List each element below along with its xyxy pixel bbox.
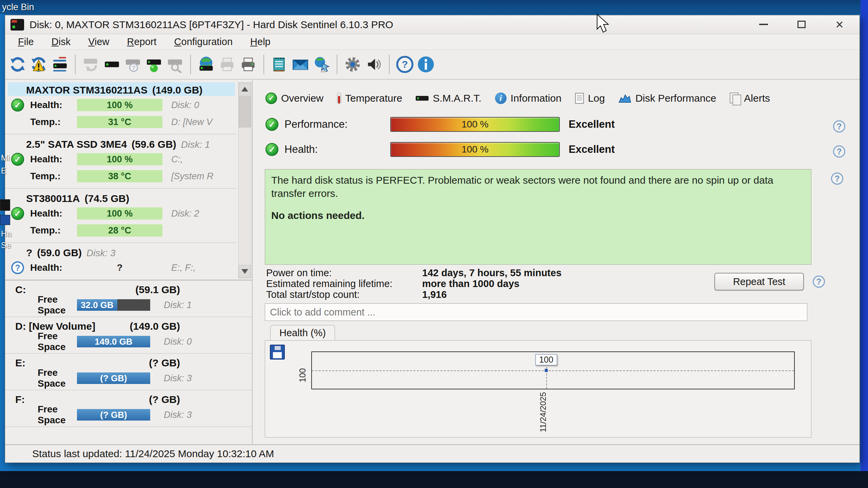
partition-item-f[interactable]: F: (? GB) Free Space (? GB) Disk: 3	[5, 390, 252, 427]
scroll-up-button[interactable]	[239, 83, 251, 96]
free-space-label: Free Space	[5, 404, 77, 426]
disk-item-2[interactable]: ST380011A (74.5 GB) Health: 100 % Disk: …	[5, 189, 236, 243]
title-bar[interactable]: Disk: 0, MAXTOR STM3160211AS [6PT4F3ZY] …	[5, 15, 860, 34]
tab-alerts[interactable]: Alerts	[724, 90, 775, 107]
disk-item-0[interactable]: MAXTOR STM3160211AS (149.0 GB) Health: 1…	[5, 80, 236, 135]
disk-title-selected[interactable]: MAXTOR STM3160211AS (149.0 GB)	[8, 82, 235, 96]
reanalyse-disk-button[interactable]	[29, 53, 48, 76]
surface-test-button[interactable]	[50, 53, 70, 76]
menu-configuration[interactable]: Configuration	[166, 35, 241, 49]
menu-help[interactable]: Help	[242, 35, 279, 49]
free-space-bar: (? GB)	[77, 372, 150, 384]
save-chart-icon[interactable]	[270, 345, 285, 360]
hard-disk-icon	[416, 96, 429, 101]
scrollbar-thumb[interactable]	[239, 96, 251, 127]
temp-value-bar: 31 °C	[77, 116, 162, 128]
menu-report[interactable]: Report	[119, 35, 164, 49]
app-window: Disk: 0, MAXTOR STM3160211AS [6PT4F3ZY] …	[5, 15, 860, 463]
desktop-right-band	[861, 0, 868, 488]
scroll-up-icon	[241, 87, 248, 92]
volume-label: C:,	[162, 154, 236, 165]
status-message: The hard disk status is PERFECT. Problem…	[271, 175, 773, 199]
quick-disk-test-button[interactable]	[144, 53, 164, 76]
menu-disk[interactable]: Disk	[43, 35, 79, 49]
help-icon[interactable]	[833, 120, 845, 133]
partition-item-d[interactable]: D: [New Volume] (149.0 GB) Free Space 14…	[5, 317, 252, 354]
refresh-icon	[9, 56, 26, 73]
tab-label: Temperature	[345, 93, 402, 104]
disk-title[interactable]: ? (59.0 GB) Disk: 3	[5, 245, 236, 259]
health-ok-icon	[11, 207, 24, 220]
tab-label: Disk Performance	[635, 93, 716, 104]
performance-gauge: 100 %	[390, 117, 560, 132]
www-status-button[interactable]	[196, 53, 216, 76]
desktop-top-strip	[0, 0, 868, 14]
partition-letter: E:	[15, 357, 25, 369]
disk-name: MAXTOR STM3160211AS	[26, 84, 147, 96]
health-value: ?	[77, 262, 162, 273]
settings-button[interactable]	[343, 53, 362, 76]
sounds-button[interactable]	[364, 53, 383, 76]
partition-item-e[interactable]: E: (? GB) Free Space (? GB) Disk: 3	[5, 354, 252, 390]
performance-value: 100 %	[461, 119, 488, 130]
disk-title[interactable]: 2.5" SATA SSD 3ME4 (59.6 GB) Disk: 1	[5, 137, 236, 150]
menu-view[interactable]: View	[80, 35, 117, 49]
remaining-lifetime-row: Estimated remaining lifetime: more than …	[266, 278, 519, 289]
temp-label: Temp.:	[25, 225, 77, 236]
print-button[interactable]	[238, 53, 258, 76]
comment-input[interactable]	[265, 303, 807, 321]
repeat-test-button[interactable]: Repeat Test	[714, 273, 804, 290]
information-button[interactable]	[416, 53, 436, 76]
svg-text:?: ?	[132, 65, 136, 72]
recycle-bin-label[interactable]: ycle Bin	[2, 2, 34, 13]
desktop-icon-fragment[interactable]	[0, 199, 10, 211]
health-chart-tab[interactable]: Health (%)	[270, 325, 335, 341]
globe-disk-icon	[197, 56, 215, 73]
scroll-down-button[interactable]	[239, 265, 251, 278]
help-button[interactable]: ?	[395, 53, 415, 76]
detect-disks-button[interactable]	[81, 53, 101, 76]
health-datapoint[interactable]	[545, 369, 548, 372]
partition-item-c[interactable]: C: (59.1 GB) Free Space 32.0 GB Disk: 1	[5, 281, 252, 317]
health-rating: Excellent	[569, 143, 615, 156]
disk-title[interactable]: ST380011A (74.5 GB)	[5, 191, 236, 204]
temp-label: Temp.:	[25, 117, 77, 127]
help-icon[interactable]	[831, 172, 843, 185]
volume-label: E:, F:,	[162, 263, 236, 273]
print-preview-button[interactable]	[217, 53, 237, 76]
tab-information[interactable]: Information	[490, 90, 567, 107]
disk-analysis-button[interactable]	[165, 53, 185, 76]
maximize-button[interactable]	[790, 17, 813, 32]
help-icon[interactable]	[813, 276, 825, 288]
toolbar-separator	[263, 55, 264, 74]
email-icon	[292, 56, 309, 73]
tab-smart[interactable]: S.M.A.R.T.	[410, 90, 487, 107]
performance-chart-icon	[618, 94, 631, 103]
refresh-button[interactable]	[8, 53, 27, 76]
tab-overview[interactable]: Overview	[260, 90, 329, 107]
close-button[interactable]: ×	[828, 17, 851, 32]
free-space-bar: (? GB)	[77, 409, 150, 421]
disk-size: (149.0 GB)	[152, 84, 202, 96]
tab-disk-performance[interactable]: Disk Performance	[613, 90, 722, 107]
disk-list-scrollbar[interactable]	[238, 82, 251, 278]
desktop-icon-fragment[interactable]	[0, 215, 10, 225]
network-status-button[interactable]	[312, 53, 331, 76]
disk-number-label: Disk: 2	[162, 208, 236, 219]
help-icon[interactable]	[833, 145, 845, 158]
tab-log[interactable]: Log	[570, 90, 610, 107]
send-email-button[interactable]	[291, 53, 310, 76]
disk-status-button[interactable]	[102, 53, 122, 76]
disk-item-3[interactable]: ? (59.0 GB) Disk: 3 Health: ? E:, F:,	[5, 243, 236, 280]
minimize-button[interactable]	[752, 17, 775, 32]
menu-file[interactable]: File	[10, 35, 42, 49]
app-icon	[11, 19, 24, 30]
report-button[interactable]	[270, 53, 289, 76]
health-unknown-icon	[11, 261, 24, 274]
tab-temperature[interactable]: Temperature	[332, 90, 408, 107]
free-space-value: 32.0 GB	[77, 299, 117, 311]
disk-unknown-button[interactable]: ?	[123, 53, 143, 76]
disk-item-1[interactable]: 2.5" SATA SSD 3ME4 (59.6 GB) Disk: 1 Hea…	[5, 135, 236, 189]
close-icon: ×	[835, 18, 843, 31]
tab-label: S.M.A.R.T.	[433, 93, 481, 104]
